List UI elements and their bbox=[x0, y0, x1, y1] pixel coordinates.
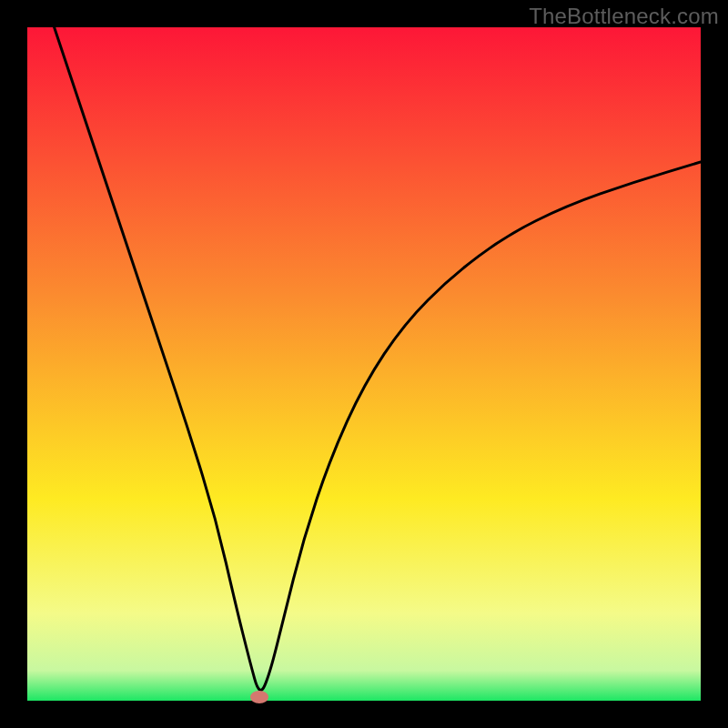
watermark-text: TheBottleneck.com bbox=[529, 4, 719, 29]
bottleneck-curve bbox=[27, 27, 701, 701]
plot-area bbox=[27, 27, 701, 701]
optimum-marker bbox=[250, 691, 268, 703]
chart-frame: TheBottleneck.com bbox=[0, 0, 728, 728]
